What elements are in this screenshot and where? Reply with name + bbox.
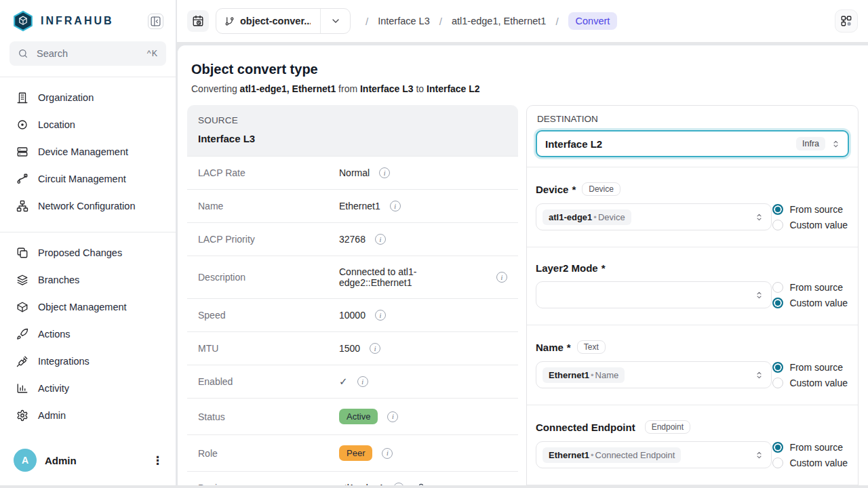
- source-row-enabled: Enabled ✓i: [187, 365, 518, 398]
- sidebar-item-device-management[interactable]: Device Management: [0, 138, 176, 165]
- source-header: SOURCE Interface L3: [187, 105, 518, 156]
- property-label: Name: [198, 201, 339, 211]
- connected-endpoint-select[interactable]: Ethernet1•Connected Endpoint: [536, 441, 772, 468]
- radio-dot: [772, 362, 783, 373]
- info-icon[interactable]: i: [382, 448, 393, 459]
- device-select[interactable]: atl1-edge1•Device: [536, 203, 772, 230]
- infrahub-logo-icon: [12, 10, 34, 32]
- radio-label: From source: [789, 362, 843, 373]
- git-branch-icon: [224, 16, 235, 26]
- breadcrumb: / Interface L3 / atl1-edge1, Ethernet1 /…: [366, 12, 617, 30]
- search-placeholder: Search: [37, 48, 68, 59]
- radio-label: From source: [789, 204, 843, 215]
- cube-icon: [16, 301, 28, 313]
- breadcrumb-item-convert[interactable]: Convert: [568, 12, 618, 30]
- destination-header: DESTINATION Interface L2 Infra: [527, 106, 858, 167]
- selected-value-pill: Ethernet1•Connected Endpoint: [542, 447, 681, 463]
- sidebar-item-activity[interactable]: Activity: [0, 375, 176, 402]
- property-value: 32768: [339, 234, 366, 245]
- sidebar-item-proposed-changes[interactable]: Proposed Changes: [0, 239, 176, 266]
- custom-value-radio[interactable]: Custom value: [772, 458, 848, 468]
- field-name: Name * Text Ethernet1•Name From source: [527, 325, 858, 405]
- sidebar-item-actions[interactable]: Actions: [0, 321, 176, 348]
- property-value: Normal: [339, 167, 370, 178]
- info-icon[interactable]: i: [390, 201, 401, 211]
- sidebar-item-label: Proposed Changes: [38, 247, 122, 258]
- from-source-radio[interactable]: From source: [772, 204, 848, 215]
- namespace-badge: Infra: [796, 137, 825, 150]
- property-value: 10000: [339, 310, 366, 321]
- layer2-mode-select[interactable]: [536, 281, 772, 308]
- source-row-name: Name Ethernet1i: [187, 189, 518, 222]
- info-icon[interactable]: i: [375, 310, 386, 321]
- lock-icon: [416, 483, 427, 485]
- breadcrumb-item-object[interactable]: atl1-edge1, Ethernet1: [452, 16, 546, 26]
- location-icon: [16, 119, 28, 131]
- organization-icon: [16, 92, 28, 104]
- field-kind-badge: Endpoint: [645, 420, 690, 434]
- sidebar-item-object-management[interactable]: Object Management: [0, 293, 176, 321]
- status-badge: Active: [339, 409, 378, 424]
- device-link[interactable]: atl1-edge1: [339, 483, 384, 485]
- time-travel-button[interactable]: [187, 10, 209, 32]
- info-icon[interactable]: i: [387, 411, 398, 422]
- sidebar-item-circuit-management[interactable]: Circuit Management: [0, 165, 176, 192]
- info-icon[interactable]: i: [496, 272, 507, 283]
- panels: SOURCE Interface L3 LACP Rate Normali Na…: [178, 105, 868, 485]
- branch-chevron-down-icon[interactable]: [320, 9, 350, 33]
- breadcrumb-separator: /: [555, 16, 558, 27]
- sidebar-item-organization[interactable]: Organization: [0, 84, 176, 111]
- sidebar-item-network-configuration[interactable]: Network Configuration: [0, 192, 176, 220]
- page-subtitle: Converting atl1-edge1, Ethernet1 from In…: [191, 83, 854, 94]
- info-icon[interactable]: i: [393, 483, 404, 485]
- info-icon[interactable]: i: [357, 376, 368, 387]
- sidebar-collapse-button[interactable]: [148, 14, 163, 29]
- property-label: Speed: [198, 310, 339, 321]
- source-row-device: Device atl1-edge1 i: [187, 471, 518, 485]
- custom-value-radio[interactable]: Custom value: [772, 378, 848, 388]
- source-eyebrow: SOURCE: [198, 115, 507, 125]
- sidebar-item-location[interactable]: Location: [0, 111, 176, 138]
- layers-icon: [16, 274, 28, 286]
- radio-label: Custom value: [789, 298, 848, 308]
- server-icon: [16, 146, 28, 158]
- sidebar-item-integrations[interactable]: Integrations: [0, 348, 176, 375]
- source-row-lacp-priority: LACP Priority 32768i: [187, 222, 518, 256]
- sidebar-item-label: Circuit Management: [38, 174, 126, 184]
- property-label: LACP Rate: [198, 167, 339, 178]
- nav-group-primary: Organization Location Device Management …: [0, 77, 176, 221]
- main-column: object-conver... / Interface L3 / atl1-e…: [177, 0, 868, 485]
- sidebar-item-branches[interactable]: Branches: [0, 266, 176, 293]
- branch-name: object-conver...: [240, 16, 311, 26]
- network-icon: [16, 200, 28, 212]
- search-input[interactable]: Search ^K: [9, 41, 166, 66]
- branch-selector[interactable]: object-conver...: [216, 8, 351, 34]
- field-device: Device * Device atl1-edge1•Device From s…: [527, 167, 858, 247]
- topbar: object-conver... / Interface L3 / atl1-e…: [177, 0, 868, 42]
- custom-value-radio[interactable]: Custom value: [772, 298, 848, 308]
- custom-value-radio[interactable]: Custom value: [772, 220, 848, 230]
- name-select[interactable]: Ethernet1•Name: [536, 361, 772, 388]
- source-row-lacp-rate: LACP Rate Normali: [187, 156, 518, 189]
- breadcrumb-item-interface-l3[interactable]: Interface L3: [378, 16, 430, 26]
- user-menu-kebab-icon[interactable]: ⋮: [152, 455, 163, 466]
- source-row-description: Description Connected to atl1-edge2::Eth…: [187, 256, 518, 298]
- info-icon[interactable]: i: [379, 167, 390, 178]
- page-head: Object convert type Converting atl1-edge…: [178, 45, 868, 105]
- destination-type-select[interactable]: Interface L2 Infra: [536, 130, 849, 157]
- role-badge: Peer: [339, 445, 372, 461]
- user-name: Admin: [45, 455, 77, 466]
- sidebar-item-admin[interactable]: Admin: [0, 402, 176, 429]
- content-card: Object convert type Converting atl1-edge…: [177, 45, 868, 485]
- from-source-radio[interactable]: From source: [772, 442, 848, 453]
- required-mark: *: [601, 262, 606, 274]
- from-source-radio[interactable]: From source: [772, 362, 848, 373]
- property-label: Device: [198, 483, 339, 485]
- required-mark: *: [572, 184, 576, 195]
- property-label: Description: [198, 272, 339, 283]
- info-icon[interactable]: i: [375, 234, 386, 245]
- schema-visualizer-button[interactable]: [835, 9, 858, 33]
- sidebar-item-label: Location: [38, 119, 75, 130]
- info-icon[interactable]: i: [370, 343, 380, 354]
- from-source-radio[interactable]: From source: [772, 282, 848, 293]
